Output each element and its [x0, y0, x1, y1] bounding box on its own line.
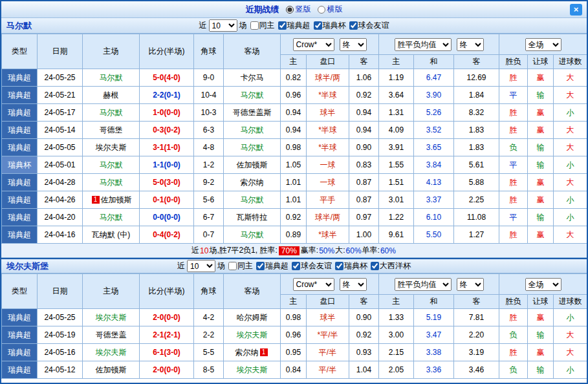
column-header-type: 类型 — [2, 274, 38, 309]
table-header-row: 类型 日期 主场 比分(半场) 角球 客场 Crow* 终 胜平负均值 — [2, 34, 587, 55]
goals-cell: 大 — [554, 87, 587, 104]
league-cell: 瑞典超 — [2, 361, 38, 379]
checkbox-icon[interactable] — [250, 21, 259, 30]
match-row: 瑞典超24-05-25马尔默5-0(4-0)9-0卡尔马0.82球半/两1.06… — [2, 69, 587, 87]
avg-home-cell: 2.05 — [379, 361, 414, 379]
odds-final-select[interactable]: 终 — [340, 38, 367, 51]
odds-company-select[interactable]: Crow* — [293, 38, 334, 51]
scope-select[interactable]: 全场 — [525, 38, 561, 51]
checkbox-icon[interactable] — [335, 262, 343, 270]
league-cell: 瑞典超 — [2, 87, 38, 104]
checkbox-icon[interactable] — [349, 21, 358, 30]
same-venue-checkbox[interactable]: 同主 — [250, 20, 275, 31]
odds-home-cell: 0.82 — [281, 69, 307, 87]
away-team-cell: 埃尔夫斯 — [224, 361, 281, 379]
wdl-final-select[interactable]: 终 — [457, 38, 484, 51]
team-label: 哈尔姆斯 — [237, 313, 268, 322]
match-filter: 近10场同主瑞典超瑞典杯球会友谊 — [199, 19, 389, 32]
checkbox-icon[interactable] — [371, 262, 379, 270]
league-filter-checkbox[interactable]: 瑞典超 — [256, 261, 289, 272]
filter-matches-label: 场 — [217, 261, 225, 272]
team-label: 瓦斯特拉 — [237, 213, 268, 222]
goals-cell: 大 — [554, 174, 587, 191]
team-label: 埃尔夫斯 — [237, 330, 268, 339]
checkbox-icon[interactable] — [256, 262, 265, 270]
score-cell: 0-4(0-2) — [140, 226, 194, 244]
checkbox-icon[interactable] — [292, 262, 300, 270]
result-cell: 平 — [499, 87, 528, 104]
avg-draw-cell: 4.13 — [414, 174, 454, 191]
wdl-avg-select[interactable]: 胜平负均值 — [395, 278, 452, 291]
match-row: 瑞典超24-05-17马尔默1-0(0-0)10-3哥德堡盖斯0.94球半0.9… — [2, 104, 587, 122]
league-filter-checkbox[interactable]: 瑞典杯 — [335, 261, 367, 272]
handicap-cell: 平/半 — [307, 361, 349, 379]
result-cell: 胜 — [499, 122, 528, 139]
match-row: 瑞典超24-05-25埃尔夫斯2-0(0-0)4-2哈尔姆斯0.98球半0.90… — [2, 309, 587, 326]
scope-select[interactable]: 全场 — [525, 278, 561, 291]
horizontal-layout-radio[interactable] — [318, 6, 325, 14]
avg-draw-cell: 3.90 — [414, 87, 454, 104]
same-venue-checkbox[interactable]: 同主 — [228, 261, 253, 272]
avg-draw-cell: 5.26 — [414, 104, 454, 122]
filter-matches-label: 场 — [239, 20, 247, 31]
results-table: 类型 日期 主场 比分(半场) 角球 客场 Crow* 终 胜平负均值 — [1, 273, 587, 379]
subheader-avg-away: 客 — [454, 295, 499, 309]
home-team-cell: 哥德堡 — [83, 122, 140, 139]
league-filter-checkbox[interactable]: 球会友谊 — [292, 261, 332, 272]
handicap-cell: *半球 — [307, 122, 349, 139]
corners-cell: 6-3 — [194, 122, 224, 139]
away-team-cell: 哥德堡盖斯 — [224, 104, 281, 122]
handicap-cell: 球半/两 — [307, 209, 349, 226]
avg-draw-cell: 6.10 — [414, 209, 454, 226]
odds-away-cell: 0.90 — [349, 309, 379, 326]
away-team-cell: 卡尔马 — [224, 69, 281, 87]
column-header-date: 日期 — [38, 34, 83, 69]
home-team-cell: 哥德堡盖 — [83, 326, 140, 344]
goals-cell: 大 — [554, 226, 587, 244]
home-team-cell: 马尔默 — [83, 209, 140, 226]
avg-home-cell: 2.15 — [379, 344, 414, 361]
wdl-avg-select[interactable]: 胜平负均值 — [395, 38, 452, 51]
checkbox-icon[interactable] — [314, 21, 322, 30]
column-header-corners: 角球 — [194, 274, 224, 309]
odds-home-cell: 0.98 — [281, 309, 307, 326]
team-label: 索尔纳 — [235, 348, 259, 357]
match-count-select[interactable]: 10 — [187, 260, 215, 272]
league-cell: 瑞典超 — [2, 209, 38, 226]
handicap-cell: 球半/两 — [307, 69, 349, 87]
league-filter-checkbox[interactable]: 球会友谊 — [349, 20, 389, 31]
wdl-final-select[interactable]: 终 — [457, 278, 484, 291]
odds-company-select[interactable]: Crow* — [293, 278, 334, 291]
league-filter-checkbox[interactable]: 瑞典杯 — [314, 20, 346, 31]
league-filter-checkbox[interactable]: 瑞典超 — [278, 20, 310, 31]
vertical-layout-radio[interactable] — [286, 6, 294, 14]
layout-option-vertical[interactable]: 竖版 — [286, 4, 311, 15]
match-count-select[interactable]: 10 — [209, 19, 237, 32]
close-icon[interactable]: × — [570, 4, 582, 16]
result-cell: 胜 — [499, 344, 528, 361]
home-team-cell: 佐加顿斯 — [83, 361, 140, 379]
filter-checkbox-label: 同主 — [259, 20, 275, 31]
subheader-handicap-result: 让球 — [528, 55, 554, 69]
avg-away-cell: 7.81 — [454, 309, 499, 326]
league-cell: 瑞典超 — [2, 174, 38, 191]
team-label: 佐加顿斯 — [101, 195, 132, 204]
odds-away-cell: 0.90 — [349, 139, 379, 156]
match-rows: 瑞典超24-05-25马尔默5-0(4-0)9-0卡尔马0.82球半/两1.06… — [2, 69, 587, 244]
subheader-odds-away: 客 — [349, 295, 379, 309]
league-filter-checkbox[interactable]: 大西洋杯 — [371, 261, 411, 272]
team-label: 马尔默 — [100, 73, 123, 82]
corners-cell: 9-2 — [194, 174, 224, 191]
column-header-home: 主场 — [83, 34, 140, 69]
handicap-cell: *半球 — [307, 87, 349, 104]
corners-cell: 10-4 — [194, 87, 224, 104]
layout-option-horizontal[interactable]: 横版 — [318, 4, 343, 15]
odds-final-select[interactable]: 终 — [340, 278, 367, 291]
checkbox-icon[interactable] — [278, 21, 287, 30]
odds-home-cell: 0.84 — [281, 361, 307, 379]
odds-header-group: Crow* 终 — [281, 274, 379, 295]
avg-away-cell: 2.25 — [454, 191, 499, 209]
checkbox-icon[interactable] — [228, 262, 237, 270]
match-rows: 瑞典超24-05-25埃尔夫斯2-0(0-0)4-2哈尔姆斯0.98球半0.90… — [2, 309, 587, 379]
avg-home-cell: 1.22 — [379, 209, 414, 226]
